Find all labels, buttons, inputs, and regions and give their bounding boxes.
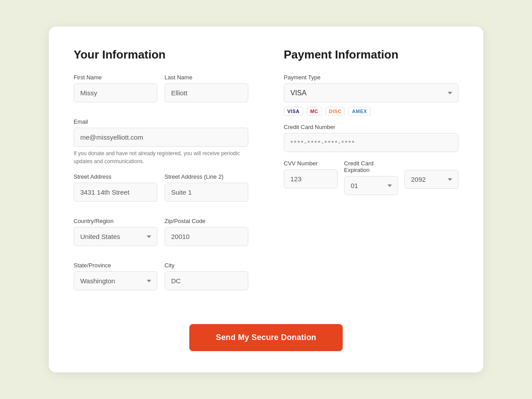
cvv-input[interactable] (284, 169, 338, 188)
expiry-label: Credit Card Expiration (344, 160, 398, 173)
email-label: Email (74, 118, 248, 125)
donation-form-card: Your Information First Name Last Name Em… (49, 27, 483, 372)
state-label: State/Province (74, 262, 157, 269)
submit-row: Send My Secure Donation (74, 324, 458, 351)
street-input[interactable] (74, 183, 157, 202)
state-select[interactable]: Washington California New York Texas (74, 271, 157, 290)
payment-info-title: Payment Information (284, 48, 458, 62)
city-input[interactable] (164, 271, 248, 290)
cc-number-label: Credit Card Number (284, 124, 458, 130)
email-helper-text: If you donate and have not already regis… (74, 149, 248, 165)
your-information-section: Your Information First Name Last Name Em… (74, 48, 248, 306)
first-name-label: First Name (74, 74, 157, 81)
expiry-year-select[interactable]: 202420252026 202720282029 20302092 (404, 170, 458, 189)
last-name-input[interactable] (164, 83, 248, 102)
city-label: City (164, 262, 248, 269)
expiry-month-select[interactable]: 01 020304 050607 080910 1112 (344, 176, 398, 195)
first-name-input[interactable] (74, 83, 157, 102)
cc-number-input[interactable] (284, 133, 458, 152)
zip-input[interactable] (164, 227, 248, 246)
country-label: Country/Region (74, 218, 157, 224)
street2-label: Street Address (Line 2) (164, 173, 248, 180)
street2-input[interactable] (164, 183, 248, 202)
amex-icon: AMEX (348, 107, 371, 116)
payment-type-label: Payment Type (284, 74, 458, 81)
zip-label: Zip/Postal Code (164, 218, 248, 224)
last-name-label: Last Name (164, 74, 248, 81)
cvv-label: CVV Number (284, 160, 338, 167)
submit-donation-button[interactable]: Send My Secure Donation (189, 324, 343, 351)
discover-icon: DISC (325, 107, 345, 116)
visa-icon: VISA (284, 107, 303, 116)
country-select[interactable]: United States Canada United Kingdom (74, 227, 157, 246)
payment-type-select[interactable]: VISA Mastercard Discover American Expres… (284, 83, 458, 102)
card-icons-row: VISA MC DISC AMEX (284, 107, 458, 116)
your-info-title: Your Information (74, 48, 248, 62)
form-layout: Your Information First Name Last Name Em… (74, 48, 458, 306)
mastercard-icon: MC (307, 107, 322, 116)
payment-information-section: Payment Information Payment Type VISA Ma… (284, 48, 458, 306)
email-input[interactable] (74, 128, 248, 147)
street-label: Street Address (74, 173, 157, 180)
